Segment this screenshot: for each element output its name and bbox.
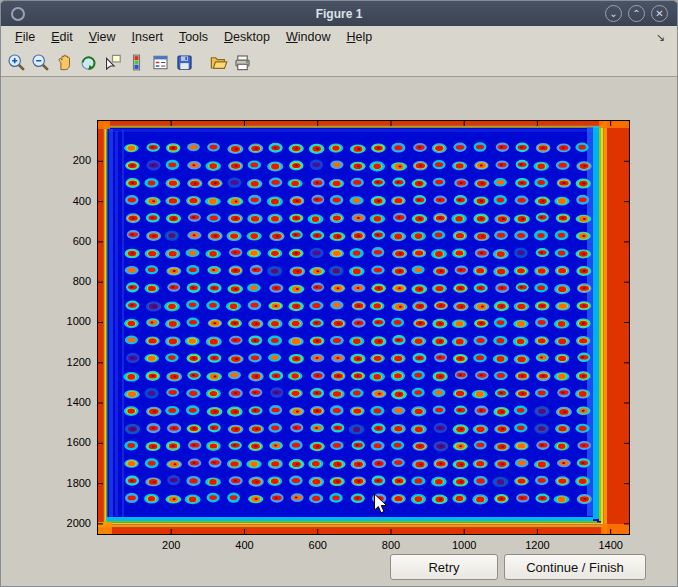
- pan-icon: [55, 53, 74, 72]
- menu-item-insert[interactable]: Insert: [124, 28, 171, 47]
- window-menu-icon[interactable]: [11, 7, 25, 21]
- title-bar[interactable]: Figure 1 ⌄ ⌃ ✕: [1, 1, 677, 26]
- x-tick-label: 800: [369, 539, 413, 551]
- x-tick-label: 200: [149, 539, 193, 551]
- continue-finish-button[interactable]: Continue / Finish: [504, 554, 646, 580]
- print-icon: [233, 53, 252, 72]
- rotate-3d-icon: [79, 53, 98, 72]
- pan-button[interactable]: [53, 52, 76, 74]
- open-icon: [209, 53, 228, 72]
- y-tick-label: 1800: [51, 477, 91, 489]
- x-tick-label: 1200: [515, 539, 559, 551]
- y-tick-label: 400: [51, 195, 91, 207]
- data-cursor-button[interactable]: [101, 52, 124, 74]
- data-cursor-icon: [103, 53, 122, 72]
- insert-legend-icon: [151, 53, 170, 72]
- menu-item-help[interactable]: Help: [338, 28, 380, 47]
- x-tick-label: 400: [222, 539, 266, 551]
- menu-item-edit[interactable]: Edit: [43, 28, 81, 47]
- maximize-button[interactable]: ⌃: [628, 5, 645, 22]
- y-tick-label: 1200: [51, 356, 91, 368]
- zoom-out-button[interactable]: [29, 52, 52, 74]
- menu-item-tools[interactable]: Tools: [171, 28, 216, 47]
- zoom-in-icon: [7, 53, 26, 72]
- toolbar-separator: [197, 52, 206, 74]
- close-button[interactable]: ✕: [651, 5, 668, 22]
- x-tick-label: 1400: [589, 539, 633, 551]
- y-tick-label: 2000: [51, 517, 91, 529]
- x-tick-label: 600: [296, 539, 340, 551]
- menu-item-window[interactable]: Window: [278, 28, 338, 47]
- zoom-out-icon: [31, 53, 50, 72]
- menu-bar: FileEditViewInsertToolsDesktopWindowHelp…: [1, 26, 677, 49]
- mouse-cursor: [373, 493, 390, 516]
- y-tick-label: 1000: [51, 315, 91, 327]
- menu-item-file[interactable]: File: [7, 28, 43, 47]
- dock-arrow-icon[interactable]: ↘: [656, 31, 671, 44]
- figure-window: Figure 1 ⌄ ⌃ ✕ FileEditViewInsertToolsDe…: [0, 0, 678, 587]
- insert-colorbar-button[interactable]: [125, 52, 148, 74]
- insert-colorbar-icon: [127, 53, 146, 72]
- zoom-in-button[interactable]: [5, 52, 28, 74]
- menu-item-desktop[interactable]: Desktop: [216, 28, 278, 47]
- continue-finish-button-label: Continue / Finish: [526, 560, 624, 575]
- x-tick-label: 1000: [442, 539, 486, 551]
- print-button[interactable]: [231, 52, 254, 74]
- window-title: Figure 1: [1, 7, 677, 21]
- minimize-button[interactable]: ⌄: [605, 5, 622, 22]
- y-tick-label: 800: [51, 275, 91, 287]
- figure-canvas: Retry Continue / Finish 2004006008001000…: [1, 76, 677, 587]
- figure-toolbar: [1, 49, 677, 76]
- open-button[interactable]: [207, 52, 230, 74]
- plate-heatmap-image[interactable]: [98, 121, 629, 534]
- insert-legend-button[interactable]: [149, 52, 172, 74]
- plot-axes[interactable]: [97, 120, 630, 535]
- menu-item-view[interactable]: View: [81, 28, 124, 47]
- window-controls: ⌄ ⌃ ✕: [605, 5, 677, 22]
- save-button[interactable]: [173, 52, 196, 74]
- rotate-3d-button[interactable]: [77, 52, 100, 74]
- retry-button-label: Retry: [428, 560, 459, 575]
- y-tick-label: 1600: [51, 436, 91, 448]
- y-tick-label: 600: [51, 235, 91, 247]
- menu-bar-items: FileEditViewInsertToolsDesktopWindowHelp: [7, 28, 380, 47]
- y-tick-label: 1400: [51, 396, 91, 408]
- y-tick-label: 200: [51, 154, 91, 166]
- save-icon: [175, 53, 194, 72]
- retry-button[interactable]: Retry: [390, 554, 498, 580]
